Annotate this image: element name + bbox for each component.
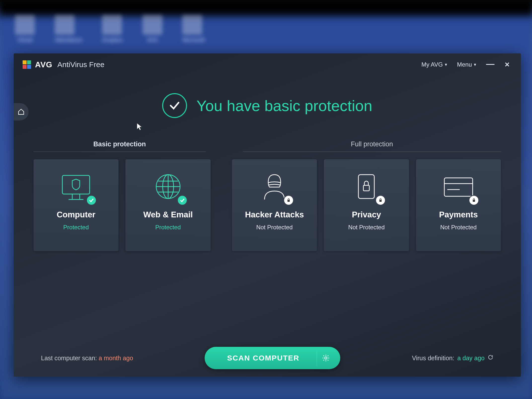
home-icon	[18, 108, 25, 115]
tile-hacker-attacks[interactable]: Hacker Attacks Not Protected	[232, 159, 317, 251]
lock-badge-icon	[469, 195, 479, 205]
my-avg-dropdown[interactable]: My AVG ▾	[421, 61, 447, 68]
menu-label: Menu	[457, 61, 472, 68]
tile-title: Hacker Attacks	[245, 210, 304, 219]
tile-computer[interactable]: Computer Protected	[34, 159, 118, 251]
refresh-definitions-button[interactable]	[488, 354, 494, 362]
virus-definition: Virus definition: a day ago	[412, 354, 494, 362]
svg-rect-0	[23, 60, 27, 64]
tile-status: Not Protected	[256, 224, 293, 231]
last-scan: Last computer scan: a month ago	[41, 355, 133, 362]
title-bar: AVG AntiVirus Free My AVG ▾ Menu ▾ — ✕	[14, 53, 521, 73]
last-scan-label: Last computer scan:	[41, 355, 97, 361]
svg-rect-15	[358, 175, 374, 199]
close-button[interactable]: ✕	[503, 61, 511, 69]
title-left: AVG AntiVirus Free	[23, 60, 105, 69]
tile-status: Not Protected	[348, 224, 385, 231]
section-headers: Basic protection Full protection	[34, 140, 501, 152]
vdef-value: a day ago	[457, 355, 485, 362]
avg-logo-icon	[23, 60, 31, 69]
my-avg-label: My AVG	[421, 61, 443, 68]
svg-rect-3	[27, 65, 31, 69]
menu-dropdown[interactable]: Menu ▾	[457, 61, 476, 68]
check-badge-icon	[177, 195, 188, 205]
refresh-icon	[488, 354, 494, 360]
check-badge-icon	[86, 195, 97, 205]
tile-title: Web & Email	[143, 210, 193, 219]
basic-protection-header: Basic protection	[34, 140, 206, 152]
status-check-icon	[162, 93, 187, 118]
tile-privacy[interactable]: Privacy Not Protected	[324, 159, 409, 251]
tile-web-email[interactable]: Web & Email Protected	[125, 159, 210, 251]
mouse-cursor-icon	[137, 123, 143, 132]
scan-button-label: SCAN COMPUTER	[205, 354, 317, 362]
svg-rect-2	[23, 65, 27, 69]
chevron-down-icon: ▾	[474, 62, 476, 67]
scan-options-button[interactable]	[317, 350, 340, 366]
title-right: My AVG ▾ Menu ▾ — ✕	[421, 61, 511, 69]
lock-badge-icon	[283, 195, 294, 205]
footer-bar: Last computer scan: a month ago SCAN COM…	[14, 347, 521, 369]
tile-status: Not Protected	[440, 224, 477, 231]
svg-rect-16	[363, 185, 369, 191]
status-text: You have basic protection	[196, 97, 372, 115]
tile-title: Computer	[57, 210, 95, 219]
product-name: AntiVirus Free	[57, 60, 105, 69]
lock-badge-icon	[375, 195, 386, 205]
brand-text: AVG	[35, 60, 52, 69]
tile-payments[interactable]: Payments Not Protected	[416, 159, 501, 251]
tile-status: Protected	[63, 224, 89, 231]
full-protection-header: Full protection	[243, 140, 501, 152]
desktop-icons-row: Virtual Attendance Dropbox AVG Microsoft	[15, 15, 517, 50]
tile-title: Privacy	[352, 210, 381, 219]
svg-rect-18	[444, 178, 473, 196]
status-headline: You have basic protection	[14, 93, 521, 118]
gear-icon	[322, 354, 330, 362]
tile-title: Payments	[439, 210, 478, 219]
svg-rect-1	[27, 60, 31, 64]
svg-rect-17	[380, 200, 382, 202]
vdef-label: Virus definition:	[412, 355, 454, 362]
last-scan-value: a month ago	[99, 355, 133, 361]
protection-tiles: Computer Protected Web & Email Protected	[34, 159, 501, 251]
svg-rect-4	[62, 175, 90, 194]
avg-main-window: AVG AntiVirus Free My AVG ▾ Menu ▾ — ✕ Y…	[14, 53, 521, 377]
svg-point-22	[325, 357, 327, 359]
svg-rect-14	[288, 200, 290, 202]
chevron-down-icon: ▾	[445, 62, 447, 67]
tile-status: Protected	[155, 224, 181, 231]
svg-rect-21	[473, 200, 475, 202]
scan-computer-button[interactable]: SCAN COMPUTER	[205, 347, 340, 369]
